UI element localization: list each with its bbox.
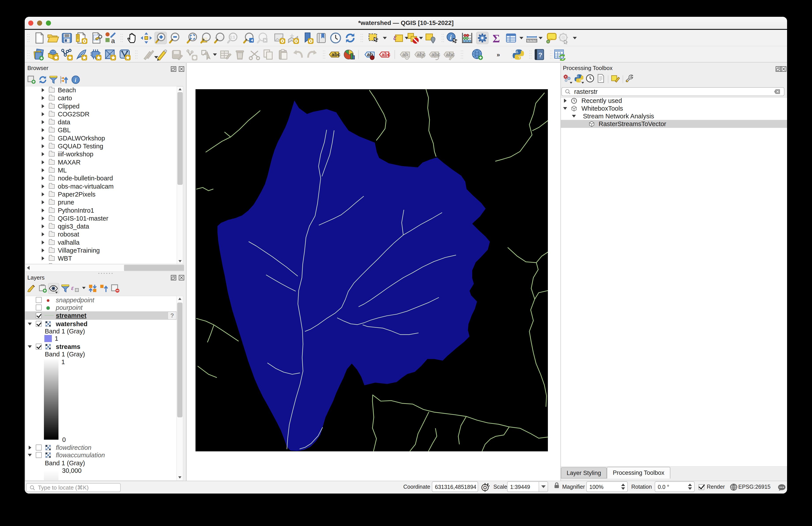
svg-text:i: i (75, 77, 76, 83)
svg-text:abc: abc (381, 52, 390, 57)
svg-text:ε: ε (71, 284, 74, 291)
svg-text:abc: abc (446, 52, 455, 57)
svg-text:abc: abc (431, 52, 440, 57)
svg-text:?: ? (538, 51, 542, 58)
svg-text:ε: ε (393, 33, 397, 42)
svg-text:»: » (497, 51, 500, 58)
svg-text:abc: abc (417, 52, 426, 57)
svg-text:a: a (111, 37, 115, 44)
svg-text:abc: abc (331, 52, 340, 57)
svg-text:i: i (450, 33, 452, 41)
svg-text:1:1: 1:1 (230, 35, 235, 39)
svg-text:Σ: Σ (493, 32, 500, 44)
